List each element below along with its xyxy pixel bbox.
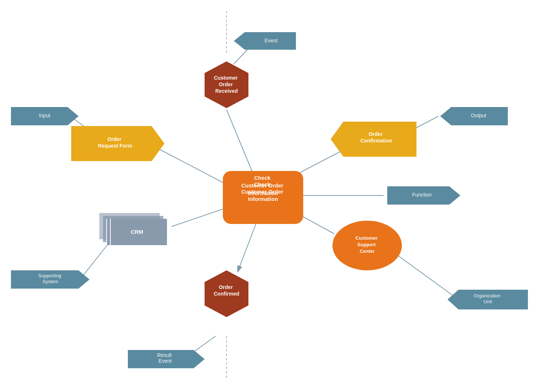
diagram: Check Customer Order Information Check C…	[0, 0, 548, 392]
crm-text: CRM	[131, 229, 143, 235]
input-tag-text: Input	[39, 113, 50, 118]
line-org-support	[398, 256, 458, 300]
function-tag-text: Function	[412, 192, 432, 198]
line-received-center	[227, 110, 256, 180]
line-form-center	[153, 146, 230, 186]
output-tag-text: Output	[471, 113, 486, 118]
result-event-tag-text: Result Event	[157, 352, 173, 364]
event-tag-text: Event	[265, 38, 278, 43]
